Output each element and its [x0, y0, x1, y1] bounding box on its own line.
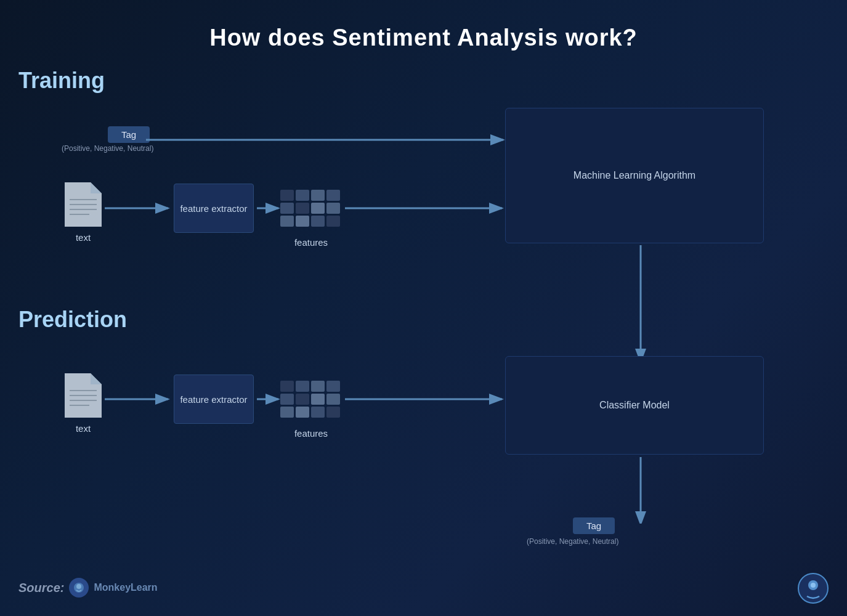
- training-tag-subtitle: (Positive, Negative, Neutral): [62, 144, 153, 153]
- svg-point-32: [76, 584, 81, 589]
- arrow-classifier-to-tag: [631, 456, 650, 524]
- training-features-label: features: [280, 237, 342, 248]
- arrow-tag-to-ml-training: [145, 132, 508, 147]
- arrow-ml-to-classifier: [631, 244, 650, 361]
- svg-marker-1: [91, 182, 102, 193]
- training-section-label: Training: [18, 68, 105, 94]
- training-document-icon: [65, 182, 102, 227]
- training-features-visual: [280, 190, 340, 227]
- svg-point-35: [811, 583, 816, 588]
- arrow-feat-to-ml-training: [344, 201, 507, 216]
- arrow-doc-to-fe-training: [103, 201, 174, 216]
- prediction-section-label: Prediction: [18, 307, 127, 333]
- arrow-fe-to-feat-prediction: [256, 392, 283, 407]
- ml-algorithm-box: Machine Learning Algorithm: [505, 108, 764, 243]
- monkeylearn-logo-icon: [69, 578, 89, 598]
- page-title: How does Sentiment Analysis work?: [0, 0, 847, 63]
- prediction-document-icon: [65, 373, 102, 418]
- prediction-tag-subtitle: (Positive, Negative, Neutral): [527, 537, 618, 546]
- svg-marker-18: [91, 373, 102, 384]
- training-text-label: text: [65, 232, 102, 243]
- arrow-fe-to-feat-training: [256, 201, 283, 216]
- source-footer: Source: MonkeyLearn: [18, 578, 158, 598]
- prediction-tag-box: Tag: [573, 517, 615, 534]
- training-tag-box: Tag: [108, 126, 150, 143]
- classifier-model-box: Classifier Model: [505, 356, 764, 455]
- arrow-doc-to-fe-prediction: [103, 392, 174, 407]
- arrow-feat-to-classifier-prediction: [344, 392, 507, 407]
- prediction-features-label: features: [280, 428, 342, 439]
- ml-logo-right-icon: [798, 573, 829, 604]
- prediction-feature-extractor-box: feature extractor: [174, 375, 254, 424]
- prediction-features-visual: [280, 381, 340, 418]
- training-feature-extractor-box: feature extractor: [174, 184, 254, 233]
- prediction-text-label: text: [65, 423, 102, 434]
- source-label: Source:: [18, 581, 64, 595]
- monkeylearn-brand: MonkeyLearn: [94, 582, 157, 593]
